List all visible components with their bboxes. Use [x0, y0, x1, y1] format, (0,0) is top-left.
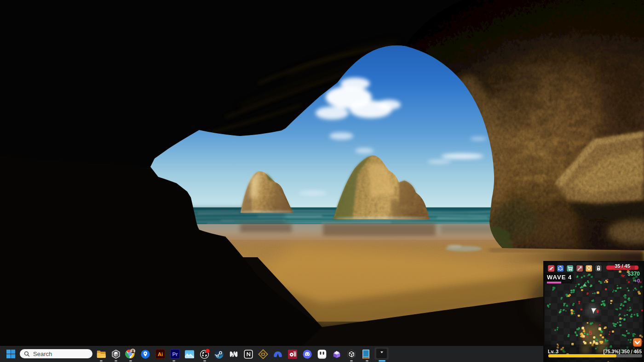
svg-text:Ai: Ai — [157, 351, 162, 357]
svg-text:Pr: Pr — [172, 351, 178, 357]
